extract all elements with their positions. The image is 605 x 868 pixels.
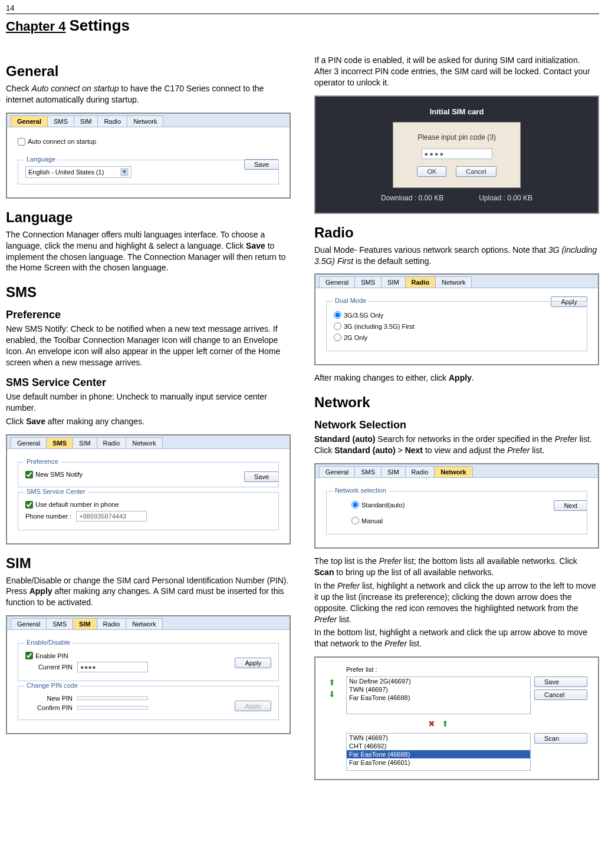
figure-network: General SMS SIM Radio Network Next Netwo…: [314, 463, 599, 549]
heading-network-selection: Network Selection: [314, 419, 599, 431]
tab-general[interactable]: General: [11, 437, 47, 448]
radio-paragraph: Dual Mode- Features various network sear…: [314, 245, 599, 267]
text-italic: Prefer: [555, 434, 577, 444]
list-item[interactable]: TWN (46697): [347, 685, 530, 694]
pin-warning-paragraph: If a PIN code is enabled, it will be ask…: [314, 55, 599, 88]
available-listbox[interactable]: TWN (46697) CHT (46692) Far EasTone (466…: [346, 733, 531, 771]
tab-sim[interactable]: SIM: [73, 437, 97, 448]
radio-3g-only[interactable]: [334, 311, 341, 319]
phone-number-input[interactable]: +886935874443: [76, 511, 147, 522]
tab-radio[interactable]: Radio: [97, 618, 127, 629]
tab-general[interactable]: General: [319, 466, 355, 477]
radio-standard-auto-label: Standard(auto): [361, 501, 405, 509]
tab-sim[interactable]: SIM: [73, 618, 97, 629]
network-selection-paragraph: Standard (auto) Search for networks in t…: [314, 434, 599, 456]
tab-sms[interactable]: SMS: [46, 618, 73, 629]
tab-network[interactable]: Network: [126, 618, 162, 629]
tab-radio[interactable]: Radio: [405, 466, 435, 477]
remove-icon[interactable]: ✖: [426, 718, 438, 730]
tab-sms[interactable]: SMS: [354, 466, 382, 477]
figure-sim: General SMS SIM Radio Network Enable/Dis…: [6, 615, 291, 734]
radio-3g-first-label: 3G (including 3.5G) First: [344, 323, 415, 330]
text: .: [472, 373, 474, 382]
scan-button[interactable]: Scan: [534, 733, 587, 744]
heading-preference: Preference: [6, 309, 291, 321]
text-bold: Save: [26, 417, 45, 426]
tab-radio[interactable]: Radio: [97, 115, 127, 127]
radio-2g-only[interactable]: [334, 334, 341, 341]
tab-network[interactable]: Network: [434, 466, 472, 477]
cancel-button[interactable]: Cancel: [534, 689, 587, 700]
confirm-pin-label: Confirm PIN: [25, 704, 73, 711]
text: list.: [530, 445, 544, 455]
tab-sms[interactable]: SMS: [47, 115, 74, 127]
radio-manual-label: Manual: [361, 517, 383, 524]
radio-manual[interactable]: [351, 517, 359, 524]
tab-sim[interactable]: SIM: [74, 115, 98, 127]
confirm-pin-input[interactable]: [77, 706, 148, 709]
save-button[interactable]: Save: [534, 676, 587, 687]
tab-radio[interactable]: Radio: [97, 437, 127, 448]
arrow-down-icon[interactable]: ⬇: [326, 688, 338, 700]
left-column: General Check Auto connect on startup to…: [6, 52, 291, 787]
pin-input[interactable]: ●●●●: [422, 148, 492, 159]
tab-sim[interactable]: SIM: [381, 466, 406, 477]
tabbar: General SMS SIM Radio Network: [7, 114, 290, 127]
tab-general[interactable]: General: [319, 276, 355, 288]
text: >: [396, 445, 405, 455]
group-network-selection-title: Network selection: [333, 487, 389, 494]
text-bold: Scan: [314, 567, 334, 577]
tab-sim[interactable]: SIM: [381, 276, 406, 288]
list-item[interactable]: CHT (46692): [347, 742, 530, 750]
cancel-button[interactable]: Cancel: [456, 166, 496, 177]
enable-pin-checkbox[interactable]: [25, 652, 33, 659]
prefer-listbox[interactable]: No Define 2G(46697) TWN (46697) Far EasT…: [346, 676, 531, 714]
text-bold: Apply: [449, 373, 472, 382]
language-select-value: English - United States (1): [28, 169, 104, 176]
ok-button[interactable]: OK: [417, 166, 446, 177]
tab-network[interactable]: Network: [127, 115, 163, 127]
radio-3g-first[interactable]: [334, 322, 341, 330]
group-change-pin-title: Change PIN code: [24, 682, 80, 689]
list-item[interactable]: TWN (46697): [347, 734, 530, 742]
auto-connect-checkbox[interactable]: [18, 138, 25, 146]
tab-network[interactable]: Network: [126, 437, 162, 448]
new-pin-input[interactable]: [77, 697, 148, 700]
radio-after-paragraph: After making changes to either, click Ap…: [314, 372, 599, 384]
right-column: If a PIN code is enabled, it will be ask…: [314, 52, 599, 787]
figure-radio: General SMS SIM Radio Network Apply Dual…: [314, 273, 599, 365]
list-item-selected[interactable]: Far EasTone (46688): [347, 750, 530, 758]
page-number: 14: [6, 4, 599, 12]
top-rule: [6, 14, 599, 14]
use-default-number-label: Use default number in phone: [35, 501, 119, 508]
tab-general[interactable]: General: [11, 618, 47, 629]
tab-sms[interactable]: SMS: [46, 437, 73, 448]
radio-standard-auto[interactable]: [351, 501, 359, 509]
figure-pin-dialog: Initial SIM card Please input pin code (…: [314, 95, 599, 214]
text-bold: Standard (auto): [314, 434, 375, 444]
text-italic: Prefer: [314, 615, 337, 624]
list-item[interactable]: Far EasTone (46601): [347, 758, 530, 767]
group-language-title: Language: [24, 156, 58, 163]
arrow-up-to-prefer-icon[interactable]: ⬆: [439, 718, 451, 730]
group-service-center-title: SMS Service Center: [24, 488, 88, 495]
new-sms-notify-checkbox[interactable]: [25, 471, 33, 478]
tab-general[interactable]: General: [11, 115, 48, 127]
auto-connect-label: Auto connect on startup: [28, 138, 96, 145]
heading-service-center: SMS Service Center: [6, 377, 291, 389]
arrow-up-icon[interactable]: ⬆: [326, 676, 338, 688]
figure-sms: General SMS SIM Radio Network Save Prefe…: [6, 434, 291, 544]
list-item[interactable]: No Define 2G(46697): [347, 677, 530, 685]
tabbar: General SMS SIM Radio Network: [315, 275, 598, 288]
tab-network[interactable]: Network: [435, 276, 472, 288]
language-paragraph: The Connection Manager offers multi lang…: [6, 229, 291, 274]
apply-button[interactable]: Apply: [235, 658, 271, 668]
language-select[interactable]: English - United States (1) ▼: [25, 166, 131, 178]
current-pin-input[interactable]: ●●●●: [77, 662, 148, 672]
tab-sms[interactable]: SMS: [354, 276, 382, 288]
text: list; the bottom lists all available net…: [402, 556, 577, 566]
list-item[interactable]: Far EasTone (46688): [347, 694, 530, 702]
prefer-list-label: Prefer list :: [346, 666, 531, 673]
tab-radio[interactable]: Radio: [405, 276, 436, 288]
use-default-number-checkbox[interactable]: [25, 501, 33, 509]
